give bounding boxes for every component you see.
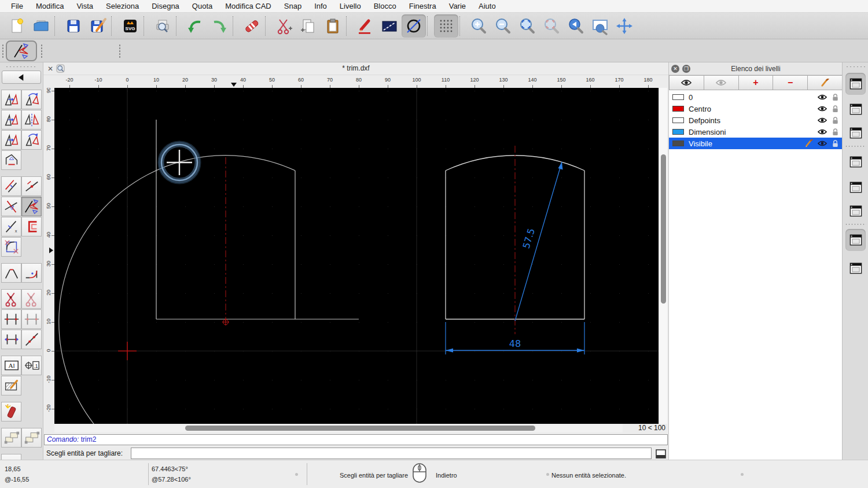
menu-snap[interactable]: Snap	[278, 2, 308, 10]
menu-livello[interactable]: Livello	[333, 2, 367, 10]
open-file-button[interactable]	[29, 14, 53, 38]
layer-visibility-icon[interactable]	[818, 116, 827, 125]
dock-entity-list-toggle[interactable]	[845, 151, 866, 173]
grid-toggle-button[interactable]	[434, 14, 458, 38]
horizontal-scrollbar-thumb[interactable]	[185, 426, 535, 431]
dock-library-browser-toggle[interactable]	[845, 122, 866, 144]
redo-button[interactable]	[207, 14, 231, 38]
toolbar-drag-handle[interactable]	[2, 44, 4, 58]
tool-edit-hatch[interactable]	[1, 376, 21, 395]
layer-lock-icon[interactable]	[832, 105, 839, 113]
tool-lengthen[interactable]	[1, 217, 21, 236]
dock-command-line-toggle[interactable]	[845, 229, 866, 251]
circle-tool-button[interactable]	[402, 14, 426, 38]
tool-split-segments[interactable]	[21, 330, 42, 349]
tool-move-copy[interactable]	[1, 90, 21, 109]
dock-drag-handle[interactable]	[845, 65, 865, 68]
toolbar-drag-handle[interactable]	[41, 44, 43, 58]
menu-info[interactable]: Info	[308, 2, 333, 10]
layer-lock-icon[interactable]	[832, 94, 839, 101]
tools-back-button[interactable]	[2, 71, 41, 84]
layer-row-centro[interactable]: Centro	[669, 103, 843, 114]
hide-all-layers-button[interactable]	[704, 75, 739, 90]
save-as-button[interactable]	[86, 14, 110, 38]
tool-divide-two[interactable]	[21, 289, 42, 309]
command-detach-button[interactable]	[655, 449, 667, 459]
remove-layer-button[interactable]: −	[773, 75, 808, 90]
menu-finestra[interactable]: Finestra	[403, 2, 443, 10]
tool-trim-two[interactable]	[21, 197, 42, 216]
cut-button[interactable]	[272, 14, 296, 38]
tool-scale[interactable]	[1, 110, 21, 130]
menu-vista[interactable]: Vista	[70, 2, 100, 10]
paste-button[interactable]	[321, 14, 345, 38]
dock-block-list-toggle[interactable]	[845, 98, 866, 120]
dock-selection-filter-toggle[interactable]	[845, 176, 866, 198]
layer-lock-icon[interactable]	[832, 117, 839, 124]
menu-modifica[interactable]: Modifica	[30, 2, 70, 10]
add-layer-button[interactable]: +	[739, 75, 774, 90]
layer-visibility-icon[interactable]	[818, 93, 827, 102]
menu-aiuto[interactable]: Aiuto	[472, 2, 502, 10]
layer-edit-pencil-icon[interactable]	[805, 139, 813, 147]
vertical-scrollbar-thumb[interactable]	[661, 154, 666, 304]
zoom-in-button[interactable]	[466, 14, 491, 38]
layer-row-0[interactable]: 0	[669, 91, 843, 103]
tool-fillet[interactable]	[21, 263, 42, 283]
tool-stretch[interactable]	[1, 330, 21, 349]
layer-row-dimensioni[interactable]: Dimensioni	[669, 126, 843, 138]
copy-button[interactable]	[296, 14, 321, 38]
layer-row-defpoints[interactable]: Defpoints	[669, 114, 843, 126]
edit-layer-button[interactable]	[808, 75, 843, 90]
tool-paint[interactable]	[1, 454, 21, 460]
zoom-auto-button[interactable]	[515, 14, 539, 38]
layer-visibility-icon[interactable]	[818, 139, 827, 148]
sidebar-drag-handle[interactable]	[5, 65, 38, 68]
layer-visibility-icon[interactable]	[818, 127, 827, 136]
tool-rotate[interactable]	[21, 90, 42, 109]
tool-cut-intersection-manual[interactable]	[21, 309, 42, 329]
menu-modifica-cad[interactable]: Modifica CAD	[219, 2, 277, 10]
zoom-previous-button[interactable]	[539, 14, 564, 38]
tool-bevel[interactable]	[1, 263, 21, 283]
pen-attributes-button[interactable]	[353, 14, 377, 38]
tool-cut-intersection[interactable]	[1, 309, 21, 329]
horizontal-scrollbar[interactable]	[54, 424, 634, 432]
tool-divide[interactable]	[1, 289, 21, 309]
save-button[interactable]	[61, 14, 86, 38]
zoom-out-button[interactable]	[491, 14, 515, 38]
layer-visibility-icon[interactable]	[818, 104, 827, 113]
tool-offset[interactable]	[1, 176, 21, 196]
undo-button[interactable]	[183, 14, 207, 38]
tool-edit-text[interactable]	[1, 356, 21, 375]
tool-offset-shape[interactable]	[21, 217, 42, 236]
menu-seleziona[interactable]: Seleziona	[100, 2, 145, 10]
menu-file[interactable]: File	[5, 2, 30, 10]
zoom-back-button[interactable]	[564, 14, 588, 38]
drawing-canvas[interactable]: 57.5 48	[54, 88, 659, 424]
tool-trim[interactable]	[1, 197, 21, 216]
layer-lock-icon[interactable]	[832, 140, 839, 147]
command-input[interactable]	[131, 448, 652, 459]
dock-pen-palette-toggle[interactable]	[845, 200, 866, 222]
tool-revert-direction[interactable]	[1, 150, 21, 170]
active-tool-trim-two-button[interactable]	[6, 40, 37, 61]
entity-attributes-button[interactable]	[377, 14, 402, 38]
dock-clipboard-toggle[interactable]	[845, 257, 866, 279]
print-preview-button[interactable]	[150, 14, 175, 38]
menu-blocco[interactable]: Blocco	[367, 2, 403, 10]
menu-varie[interactable]: Varie	[443, 2, 472, 10]
new-file-button[interactable]	[5, 14, 29, 38]
tool-select-contour[interactable]	[21, 428, 42, 448]
tool-edit-attributes[interactable]	[21, 356, 42, 375]
toolbar-drag-handle[interactable]	[119, 44, 121, 58]
vertical-scrollbar[interactable]	[659, 88, 667, 424]
menu-quota[interactable]: Quota	[186, 2, 219, 10]
layer-lock-icon[interactable]	[832, 128, 839, 136]
tool-deselect-contour[interactable]	[1, 428, 21, 448]
tool-split-line[interactable]	[21, 176, 42, 196]
dock-layer-list-toggle[interactable]	[845, 73, 866, 95]
menu-disegna[interactable]: Disegna	[145, 2, 186, 10]
tool-rotate-two[interactable]	[21, 130, 42, 150]
tool-remove-segment[interactable]	[1, 237, 21, 257]
